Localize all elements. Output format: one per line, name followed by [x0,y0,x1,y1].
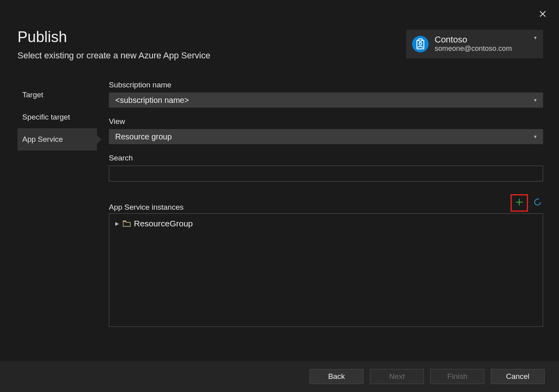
chevron-down-icon: ▼ [533,134,538,139]
search-label: Search [109,154,543,162]
subscription-dropdown[interactable]: <subscription name> ▼ [109,93,543,108]
footer: Back Next Finish Cancel [0,361,559,392]
chevron-down-icon: ▼ [533,35,538,40]
button-label: Next [389,372,404,381]
sidebar-tab-label: Specific target [22,113,70,122]
svg-rect-4 [419,39,422,41]
button-label: Back [328,372,345,381]
sidebar-tab-label: App Service [22,135,63,144]
svg-point-2 [412,36,429,52]
view-value: Resource group [115,132,172,141]
header: Publish Select existing or create a new … [0,4,559,61]
subscription-value: <subscription name> [115,96,189,105]
view-dropdown[interactable]: Resource group ▼ [109,129,543,144]
finish-button: Finish [430,369,484,384]
account-text: Contoso someone@contoso.com [435,35,533,53]
sidebar-tab-app-service[interactable]: App Service [17,128,97,151]
sidebar-tab-specific-target[interactable]: Specific target [17,106,97,128]
instances-label: App Service instances [109,203,184,212]
sidebar-tab-target[interactable]: Target [17,84,97,106]
instances-header: App Service instances [109,194,543,212]
plus-icon [515,198,524,208]
account-badge-icon [412,35,429,53]
tree-node-resourcegroup[interactable]: ▶ ResourceGroup [114,218,538,230]
search-input[interactable] [109,166,543,182]
expand-icon[interactable]: ▶ [114,221,120,226]
refresh-icon [533,198,542,208]
sidebar: Target Specific target App Service [17,81,97,361]
sidebar-tab-label: Target [22,91,43,99]
folder-icon [123,220,131,227]
account-email: someone@contoso.com [435,44,533,53]
tree-node-label: ResourceGroup [134,219,193,228]
next-button: Next [370,369,424,384]
form: Subscription name <subscription name> ▼ … [97,81,543,361]
refresh-button[interactable] [532,197,543,209]
account-picker[interactable]: Contoso someone@contoso.com ▼ [406,30,543,58]
add-app-service-button[interactable] [511,194,528,212]
chevron-down-icon: ▼ [533,98,538,102]
view-label: View [109,117,543,126]
button-label: Finish [447,372,468,381]
content: Target Specific target App Service Subsc… [0,81,559,361]
account-name: Contoso [435,35,533,44]
instances-actions [511,194,543,212]
back-button[interactable]: Back [309,369,364,384]
button-label: Cancel [506,372,529,381]
cancel-button[interactable]: Cancel [491,369,545,384]
publish-dialog: Publish Select existing or create a new … [0,0,559,392]
instances-tree[interactable]: ▶ ResourceGroup [109,213,543,327]
subscription-label: Subscription name [109,81,543,89]
